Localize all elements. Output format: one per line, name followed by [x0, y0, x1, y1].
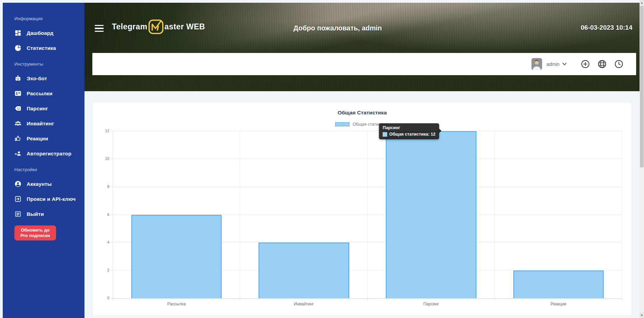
gridline [367, 131, 368, 298]
x-axis-tick [113, 298, 113, 301]
sidebar-item-label: Статистика [27, 45, 56, 51]
statistics-card: Общая Статистика Общая статистика 024681… [92, 102, 632, 316]
y-axis-tick [110, 186, 113, 187]
sidebar-item-label: Аккаунты [27, 181, 52, 187]
x-axis-label: Инвайтинг [240, 302, 367, 306]
chart-bar-Инвайтинг[interactable] [259, 243, 349, 298]
header-banner: Telegram aster WEB Добро пожаловать, adm… [84, 3, 640, 91]
scrollbar-down-arrow-icon[interactable]: ▼ [640, 313, 644, 318]
y-axis-label: 8 [93, 184, 109, 189]
user-menu-label: admin [547, 61, 560, 67]
brand-text-right: aster WEB [165, 22, 205, 31]
sidebar-item-account-circle[interactable]: Аккаунты [14, 176, 81, 191]
x-axis-label: Реакции [495, 302, 622, 306]
welcome-message: Добро пожаловать, admin [293, 24, 382, 32]
x-axis-tick [495, 298, 495, 301]
y-axis-label: 10 [93, 156, 109, 161]
brand-m-badge-icon [148, 19, 164, 35]
tooltip-value-label: Общая статистика: 12 [389, 132, 435, 137]
document-list-icon [14, 210, 23, 218]
clock-icon[interactable] [615, 60, 623, 68]
tooltip-title: Парсинг [379, 123, 439, 131]
hamburger-menu-icon[interactable] [95, 25, 104, 32]
thumb-up-icon [14, 135, 23, 142]
sidebar-item-person-key[interactable]: Авторегистратор [14, 146, 81, 161]
chart-bar-Реакции[interactable] [513, 271, 604, 298]
sidebar-section-label: Инструменты [14, 60, 81, 68]
gridline [622, 131, 622, 298]
y-axis-tick [110, 242, 113, 243]
sidebar-item-label: Рассылки [27, 91, 53, 96]
sidebar-item-robot[interactable]: Эхо-бот [14, 71, 81, 86]
page: ИнформацияДашбоардСтатистикаИнструментыЭ… [0, 0, 644, 318]
y-axis-label: 4 [93, 240, 109, 244]
sidebar-item-contact-card[interactable]: Рассылки [14, 86, 81, 101]
tooltip-color-box [383, 132, 387, 137]
sidebar-item-exit-to-app[interactable]: Прокси и API-ключ [14, 191, 81, 206]
y-axis-label: 2 [93, 268, 109, 272]
account-circle-icon [14, 180, 23, 188]
sidebar-item-dashboard[interactable]: Дашбоард [14, 25, 81, 40]
dashboard-icon [14, 29, 23, 37]
brand-text-left: Telegram [112, 22, 147, 31]
y-axis-label: 6 [93, 212, 109, 217]
sidebar-item-pie-chart[interactable]: Статистика [14, 40, 81, 55]
sidebar-item-tag-face[interactable]: Парсинг [14, 101, 81, 116]
gridline [113, 186, 622, 187]
group-icon [14, 120, 23, 127]
datetime-label: 06-03-2023 10:14 [581, 24, 632, 31]
brand-logo: Telegram aster WEB [112, 19, 205, 35]
sidebar: ИнформацияДашбоардСтатистикаИнструментыЭ… [3, 3, 84, 318]
x-axis-tick [240, 298, 240, 301]
sidebar-item-label: Дашбоард [27, 30, 53, 36]
tag-face-icon [14, 105, 23, 112]
sidebar-item-group[interactable]: Инвайтинг [14, 116, 81, 131]
sidebar-item-thumb-up[interactable]: Реакции [14, 131, 81, 146]
sidebar-section-label: Информация [14, 15, 81, 23]
y-axis-label: 0 [93, 296, 109, 300]
scrollbar-thumb[interactable] [640, 6, 644, 167]
sidebar-item-document-list[interactable]: Выйти [14, 206, 81, 221]
gridline [495, 131, 495, 298]
scrollbar-up-arrow-icon[interactable]: ▲ [640, 0, 644, 5]
chart-plot-area: 024681012РассылкаИнвайтингПарсингРеакции [113, 131, 622, 299]
chart-bar-Парсинг[interactable] [386, 131, 476, 298]
chart-legend[interactable]: Общая статистика [93, 122, 632, 127]
x-axis-tick [622, 298, 622, 301]
add-circle-icon[interactable] [581, 60, 590, 68]
tooltip-caret [439, 128, 442, 133]
sidebar-item-label: Авторегистратор [27, 151, 71, 156]
gridline [240, 131, 240, 298]
legend-color-box [335, 122, 350, 126]
user-menu[interactable]: admin [547, 61, 567, 67]
contact-card-icon [14, 89, 23, 97]
y-axis-tick [110, 270, 113, 271]
sidebar-item-label: Эхо-бот [27, 75, 47, 81]
x-axis-tick [367, 298, 368, 301]
pie-chart-icon [14, 44, 23, 52]
chart-tooltip: Парсинг Общая статистика: 12 [379, 123, 439, 139]
upgrade-pro-button[interactable]: Обновить доPro подписки [14, 225, 56, 240]
y-axis-label: 12 [93, 129, 109, 133]
chevron-down-icon [562, 63, 567, 66]
y-axis-tick [110, 215, 113, 215]
y-axis-tick [110, 131, 113, 131]
sidebar-item-label: Прокси и API-ключ [27, 196, 76, 202]
sidebar-item-label: Парсинг [27, 106, 48, 111]
person-key-icon [14, 150, 23, 157]
gridline [113, 131, 622, 131]
globe-icon[interactable] [598, 60, 606, 68]
vertical-scrollbar[interactable]: ▲ ▼ [640, 0, 644, 318]
x-axis-label: Рассылка [113, 302, 240, 306]
chart-bar-Рассылка[interactable] [131, 215, 222, 299]
y-axis-tick [110, 158, 113, 159]
robot-icon [14, 74, 23, 82]
chart-title: Общая Статистика [93, 110, 632, 116]
x-axis-label: Парсинг [368, 302, 495, 306]
sidebar-item-label: Выйти [27, 211, 44, 217]
gridline [113, 158, 622, 159]
toolbar: admin [92, 53, 636, 75]
user-avatar[interactable] [531, 58, 542, 70]
exit-to-app-icon [14, 195, 23, 203]
sidebar-item-label: Реакции [27, 136, 48, 141]
